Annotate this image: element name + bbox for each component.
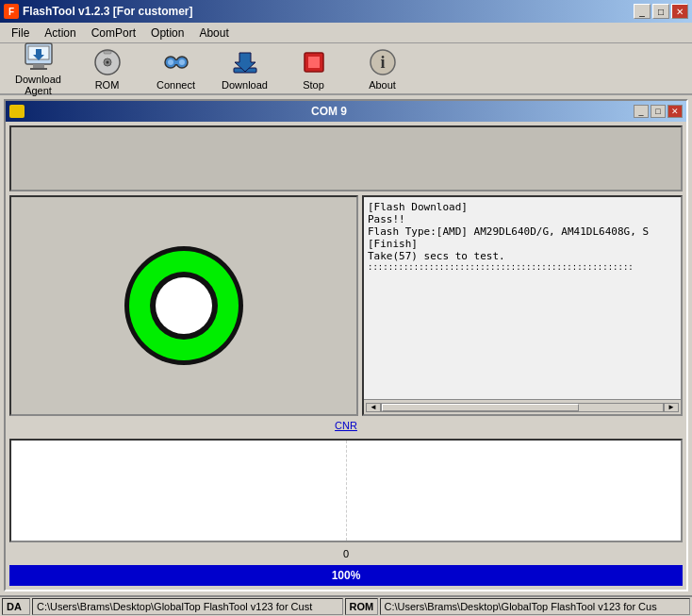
com-window: COM 9 _ □ ✕ <box>4 99 688 591</box>
log-line-3: [Finish] <box>368 238 677 250</box>
svg-rect-3 <box>30 68 47 70</box>
scrollbar-thumb <box>382 404 579 411</box>
toolbar: Download Agent ROM Connect Download <box>0 43 692 95</box>
com-minimize-button[interactable]: _ <box>634 105 649 118</box>
toolbar-rom-button[interactable]: ROM <box>76 44 138 93</box>
inner-panel: [Flash Download] Pass!! Flash Type:[AMD]… <box>6 122 686 590</box>
title-bar-controls: _ □ ✕ <box>634 4 688 19</box>
progress-bar: 100% <box>9 565 683 586</box>
log-line-4: Take(57) secs to test. <box>368 250 677 262</box>
cnr-area: CNR <box>9 420 683 435</box>
middle-area: [Flash Download] Pass!! Flash Type:[AMD]… <box>9 195 683 416</box>
status-da-label: DA <box>2 598 30 615</box>
svg-text:i: i <box>380 53 385 72</box>
svg-point-23 <box>156 277 212 334</box>
window-title: FlashTool v1.2.3 [For customer] <box>23 5 192 18</box>
progress-value: 100% <box>332 569 361 582</box>
com-maximize-button[interactable]: □ <box>651 105 666 118</box>
toolbar-connect-label: Connect <box>157 79 195 91</box>
left-panel <box>9 195 358 416</box>
chart-area <box>9 439 683 542</box>
com-title-bar: COM 9 _ □ ✕ <box>6 101 686 122</box>
stop-icon <box>299 47 329 77</box>
cnr-label: CNR <box>335 420 357 431</box>
log-line-5: ::::::::::::::::::::::::::::::::::::::::… <box>368 262 677 272</box>
toolbar-download-label: Download <box>222 79 268 91</box>
toolbar-stop-button[interactable]: Stop <box>283 44 344 93</box>
download-icon <box>230 47 260 77</box>
menu-option[interactable]: Option <box>143 25 191 42</box>
status-rom-path: C:\Users\Brams\Desktop\GlobalTop FlashTo… <box>380 598 691 615</box>
status-bar: DA C:\Users\Brams\Desktop\GlobalTop Flas… <box>0 595 692 616</box>
toolbar-download-button[interactable]: Download <box>214 44 275 93</box>
svg-point-13 <box>179 59 185 65</box>
log-panel: [Flash Download] Pass!! Flash Type:[AMD]… <box>362 195 683 416</box>
scroll-left-button[interactable]: ◄ <box>366 403 381 412</box>
toolbar-download-agent-label: Download Agent <box>10 74 66 96</box>
scroll-right-button[interactable]: ► <box>664 403 679 412</box>
app-icon: F <box>4 4 19 19</box>
log-line-2: Flash Type:[AMD] AM29DL640D/G, AM41DL640… <box>368 225 677 238</box>
menu-bar: File Action ComPort Option About <box>0 23 692 43</box>
rom-icon <box>92 47 123 77</box>
top-gray-area <box>9 125 683 191</box>
svg-rect-8 <box>104 51 111 54</box>
menu-about[interactable]: About <box>191 25 236 42</box>
com-controls: _ □ ✕ <box>634 105 683 118</box>
toolbar-rom-label: ROM <box>95 79 120 91</box>
close-button[interactable]: ✕ <box>671 4 688 19</box>
about-icon: i <box>368 47 398 77</box>
status-da-path: C:\Users\Brams\Desktop\GlobalTop FlashTo… <box>32 598 343 615</box>
toolbar-stop-label: Stop <box>303 79 324 91</box>
svg-rect-17 <box>308 57 320 68</box>
chart-label-area: 0 <box>9 546 683 561</box>
svg-point-7 <box>106 60 108 63</box>
svg-point-12 <box>168 59 173 65</box>
toolbar-about-button[interactable]: i About <box>352 44 413 93</box>
toolbar-about-label: About <box>369 79 396 91</box>
menu-comport[interactable]: ComPort <box>84 25 143 42</box>
chart-divider <box>346 441 347 541</box>
log-line-1: Pass!! <box>368 213 677 225</box>
log-scrollbar[interactable] <box>381 403 664 412</box>
log-line-0: [Flash Download] <box>368 201 677 213</box>
com-title-icon <box>9 105 25 118</box>
toolbar-connect-button[interactable]: Connect <box>145 44 206 93</box>
com-window-title: COM 9 <box>25 105 634 118</box>
chart-zero-label: 0 <box>343 548 349 559</box>
progress-bar-fill: 100% <box>9 565 683 586</box>
svg-rect-2 <box>33 64 44 68</box>
title-bar: F FlashTool v1.2.3 [For customer] _ □ ✕ <box>0 0 692 23</box>
download-agent-icon <box>24 42 54 72</box>
connect-icon <box>161 47 191 77</box>
maximize-button[interactable]: □ <box>652 4 669 19</box>
status-rom-label: ROM <box>345 598 378 615</box>
log-content: [Flash Download] Pass!! Flash Type:[AMD]… <box>364 197 681 399</box>
minimize-button[interactable]: _ <box>634 4 651 19</box>
title-bar-left: F FlashTool v1.2.3 [For customer] <box>4 4 192 19</box>
com-close-button[interactable]: ✕ <box>667 105 683 118</box>
ring-indicator <box>123 244 245 367</box>
toolbar-download-agent-button[interactable]: Download Agent <box>8 39 69 99</box>
log-scrollbar-area: ◄ ► <box>364 399 681 414</box>
